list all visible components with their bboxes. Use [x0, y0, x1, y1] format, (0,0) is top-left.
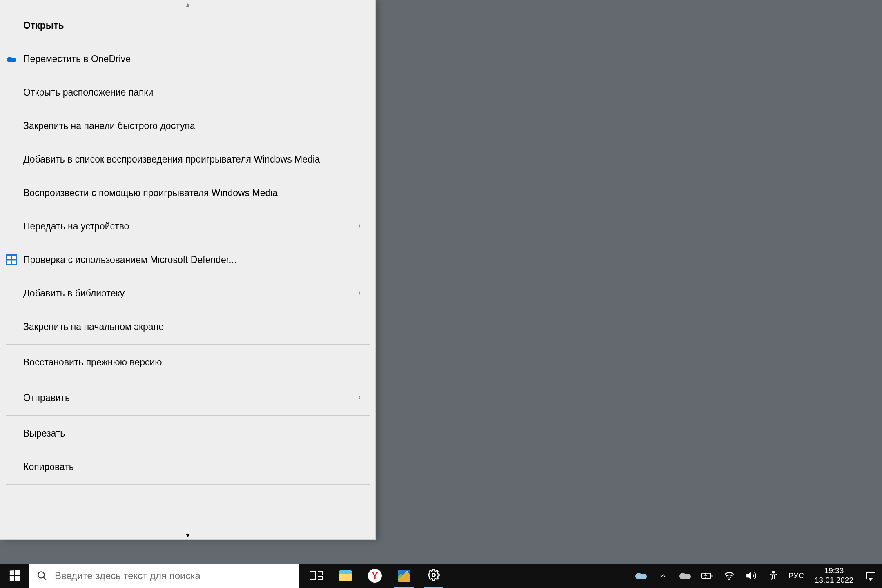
svg-line-1: [43, 577, 46, 580]
tray-wifi-icon[interactable]: [722, 564, 736, 588]
menu-scroll-down[interactable]: ▼: [0, 531, 375, 539]
search-icon: [37, 570, 47, 581]
taskbar: Введите здесь текст для поиска Y: [0, 564, 882, 588]
menu-label: Переместить в OneDrive: [23, 53, 365, 65]
menu-item-add-to-wmp-playlist[interactable]: Добавить в список воспроизведения проигр…: [0, 143, 375, 176]
menu-item-pin-to-start[interactable]: Закрепить на начальном экране: [0, 310, 375, 343]
menu-separator: [6, 380, 370, 380]
menu-separator: [6, 484, 370, 485]
taskbar-item-settings[interactable]: [419, 564, 448, 588]
tray-power-icon[interactable]: [700, 564, 714, 588]
system-tray: РУС 19:33 13.01.2022: [628, 564, 882, 588]
svg-point-5: [729, 579, 730, 580]
menu-item-scan-defender[interactable]: Проверка с использованием Microsoft Defe…: [0, 243, 375, 276]
svg-point-0: [38, 572, 44, 578]
menu-item-copy[interactable]: Копировать: [0, 450, 375, 483]
gear-icon: [428, 569, 440, 583]
menu-item-cast-to-device[interactable]: Передать на устройство 〉: [0, 209, 375, 243]
search-placeholder: Введите здесь текст для поиска: [55, 570, 200, 581]
chevron-up-icon: [659, 572, 667, 580]
speaker-icon: [746, 570, 757, 581]
action-center-icon: [866, 572, 875, 579]
menu-item-open[interactable]: Открыть: [0, 9, 375, 42]
tray-action-center[interactable]: [864, 564, 878, 588]
desktop: ▲ Открыть Переместить в OneDrive Открыть…: [0, 0, 882, 588]
menu-label: Отправить: [23, 392, 356, 403]
tray-volume-icon[interactable]: [744, 564, 758, 588]
start-button[interactable]: [0, 564, 29, 588]
photos-icon: [398, 570, 410, 582]
menu-item-play-with-wmp[interactable]: Воспроизвести с помощью проигрывателя Wi…: [0, 176, 375, 209]
tray-overflow-chevron[interactable]: [656, 564, 670, 588]
menu-item-add-to-library[interactable]: Добавить в библиотеку 〉: [0, 276, 375, 310]
menu-item-pin-quick-access[interactable]: Закрепить на панели быстрого доступа: [0, 109, 375, 143]
task-view-button[interactable]: [301, 564, 331, 588]
menu-item-cut[interactable]: Вырезать: [0, 416, 375, 450]
svg-marker-6: [747, 572, 751, 579]
accessibility-icon: [768, 570, 779, 581]
svg-point-7: [773, 571, 774, 573]
wifi-icon: [724, 570, 735, 581]
menu-label: Закрепить на панели быстрого доступа: [23, 120, 365, 131]
taskbar-apps: Y: [301, 564, 448, 588]
chevron-right-icon: 〉: [358, 393, 363, 403]
battery-charging-icon: [701, 572, 713, 580]
clock-date: 13.01.2022: [815, 576, 853, 585]
tray-weather-icon[interactable]: [678, 564, 692, 588]
menu-label: Воспроизвести с помощью проигрывателя Wi…: [23, 187, 365, 198]
menu-label: Копировать: [23, 461, 365, 472]
menu-item-open-folder-location[interactable]: Открыть расположение папки: [0, 76, 375, 109]
yandex-icon: Y: [368, 569, 382, 583]
search-box[interactable]: Введите здесь текст для поиска: [29, 564, 299, 588]
language-label: РУС: [788, 571, 804, 580]
chevron-right-icon: 〉: [358, 221, 363, 231]
tray-clock[interactable]: 19:33 13.01.2022: [812, 566, 856, 585]
menu-separator: [6, 415, 370, 416]
tray-language-indicator[interactable]: РУС: [788, 564, 804, 588]
menu-label: Передать на устройство: [23, 221, 356, 232]
taskbar-item-yandex[interactable]: Y: [360, 564, 390, 588]
menu-label: Открыть расположение папки: [23, 87, 365, 98]
menu-items: Открыть Переместить в OneDrive Открыть р…: [0, 9, 375, 531]
menu-item-send-to[interactable]: Отправить 〉: [0, 381, 375, 414]
menu-item-move-to-onedrive[interactable]: Переместить в OneDrive: [0, 42, 375, 76]
menu-label: Добавить в список воспроизведения проигр…: [23, 154, 365, 165]
clock-time: 19:33: [824, 566, 844, 576]
chevron-right-icon: 〉: [358, 288, 363, 298]
context-menu: ▲ Открыть Переместить в OneDrive Открыть…: [0, 0, 376, 540]
menu-label: Проверка с использованием Microsoft Defe…: [23, 254, 365, 265]
menu-scroll-up[interactable]: ▲: [0, 0, 375, 9]
menu-label: Добавить в библиотеку: [23, 288, 356, 299]
menu-label: Восстановить прежнюю версию: [23, 357, 365, 368]
onedrive-icon: [6, 55, 23, 62]
menu-label: Вырезать: [23, 428, 365, 439]
menu-item-restore-previous[interactable]: Восстановить прежнюю версию: [0, 345, 375, 379]
tray-onedrive-icon[interactable]: [634, 564, 648, 588]
menu-label: Закрепить на начальном экране: [23, 321, 365, 332]
svg-point-2: [432, 573, 435, 577]
windows-icon: [10, 570, 20, 581]
tray-ease-of-access-icon[interactable]: [766, 564, 780, 588]
file-explorer-icon: [339, 570, 352, 581]
taskbar-item-explorer[interactable]: [331, 564, 360, 588]
defender-icon: [6, 254, 23, 265]
menu-separator: [6, 344, 370, 345]
taskbar-item-photos[interactable]: [390, 564, 419, 588]
menu-label: Открыть: [23, 20, 365, 31]
task-view-icon: [310, 571, 323, 580]
